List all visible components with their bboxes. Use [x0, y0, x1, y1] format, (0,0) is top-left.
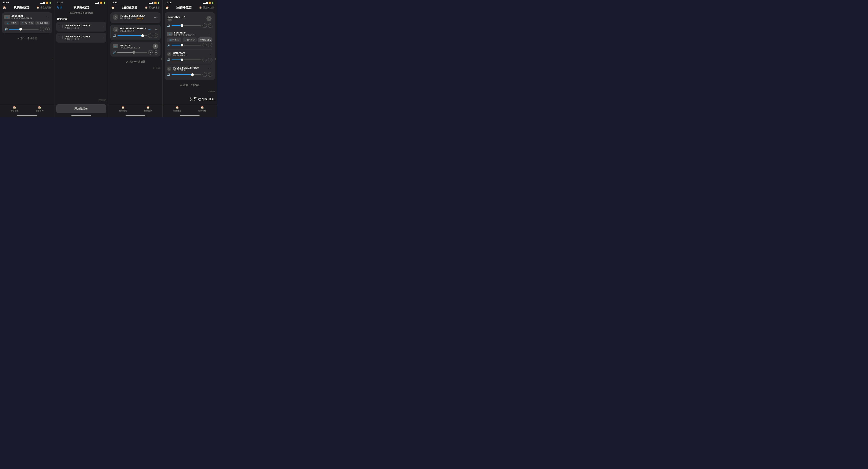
status-icons-1: ▂▄▆ 📶 🔋	[40, 2, 51, 4]
fixed-group-label-4[interactable]: 固定的组群	[203, 6, 214, 9]
screen-1: 13:05 ▂▄▆ 📶 🔋 🏠 我的播放器 🏠 固定的组群 📺 soundbar…	[0, 0, 54, 117]
vol-plus-flex-4[interactable]: +	[208, 72, 212, 77]
group-vol-row-4: 🔊 − +	[167, 24, 212, 28]
more-btn-20e4-3[interactable]: ⋯	[153, 15, 158, 19]
vol-slider-flex-4[interactable]	[172, 74, 201, 75]
wifi-icon-4: 📶	[209, 2, 211, 4]
string-label-3: STRING	[111, 67, 160, 69]
group-vol-slider-4[interactable]	[172, 25, 201, 26]
list-item-fb78[interactable]: PULSE FLEX 2i-FB78 PULSE FLEX 2I ›	[56, 22, 106, 32]
nav-bar-4: 🏠 我的播放器 🏠 固定的组群	[163, 4, 217, 11]
vol-minus-bathroom-4[interactable]: −	[203, 58, 207, 62]
bottom-select-1[interactable]: 🏠 全部选定	[11, 106, 19, 112]
vol-minus-flex-4[interactable]: −	[203, 72, 207, 77]
vol-icon-bathroom-4: 🔊	[167, 58, 170, 62]
tv-mode-btn-soundbar-4[interactable]: 📺 TV 模式	[167, 37, 181, 42]
more-button-1[interactable]: ⋯	[44, 15, 50, 19]
sub-device-sub-bathroom-4: PULSE FLEX 2I	[173, 54, 187, 57]
wifi-icon: 📶	[46, 2, 48, 4]
pause-bottom-icon-3: 🏠	[146, 106, 150, 109]
battery-icon: 🔋	[49, 2, 51, 4]
vol-minus-fb78-3[interactable]: −	[148, 33, 152, 38]
device-info-20e4-3: ◯ PULSE FLEX 2i-20E4 PULSE FLEX 2I 需要设置	[113, 14, 145, 20]
battery-icon-2: 🔋	[103, 2, 105, 4]
fixed-group-label-1[interactable]: 固定的组群	[40, 6, 51, 9]
vol-minus-soundbar-3[interactable]: −	[148, 50, 153, 55]
battery-icon-3: 🔋	[157, 2, 160, 4]
device-name-fb78-3: PULSE FLEX 2i-FB78	[120, 27, 146, 30]
vol-track-fb78-3	[118, 35, 147, 36]
nav-arrow-right-4[interactable]: ›	[215, 57, 216, 61]
add-to-group-btn-3[interactable]: +	[153, 43, 158, 49]
cancel-button-2[interactable]: 取消	[57, 6, 62, 9]
music-mode-btn-soundbar-4[interactable]: 🎵 音乐 模式	[183, 37, 197, 42]
arrow-fb78: ›	[103, 25, 103, 28]
music-icon-1: 🎵	[22, 22, 24, 24]
bottom-select-4[interactable]: 🏠 全部选定	[173, 106, 181, 112]
home-icon-right-4: 🏠	[199, 6, 202, 9]
add-player-3[interactable]: ⊕ 添加一个播放器	[111, 58, 160, 65]
home-icon-right-3: 🏠	[145, 6, 148, 9]
nav-right-3[interactable]: 🏠 固定的组群	[145, 6, 160, 9]
bottom-select-label-4: 全部选定	[173, 109, 181, 112]
vol-row-soundbar-4: 🔊 − +	[167, 43, 212, 47]
nav-arrow-right-3[interactable]: ›	[161, 57, 162, 61]
home-icon-right-1: 🏠	[36, 6, 39, 9]
vol-slider-soundbar-4[interactable]	[172, 45, 201, 45]
add-bass-btn[interactable]: 添加低音炮	[56, 104, 106, 113]
more-btn-soundbar-4[interactable]: ⋯	[207, 32, 212, 36]
bottom-select-3[interactable]: 🏠 全部选定	[119, 106, 127, 112]
group-name-4: soundbar + 2	[168, 15, 185, 19]
close-group-btn-4[interactable]: ✕	[207, 16, 212, 21]
device-name-20e4-3: PULSE FLEX 2i-20E4	[120, 14, 145, 17]
group-vol-track-4	[172, 25, 201, 26]
nav-arrow-right-1[interactable]: ›	[53, 57, 54, 61]
bottom-pause-4[interactable]: 🏠 全部暂停	[198, 106, 206, 112]
list-item-20e4[interactable]: PULSE FLEX 2i-20E4 PULSE FLEX 2I ›	[56, 33, 106, 42]
sub-device-name-bathroom-4: Bathroom	[173, 52, 187, 54]
movie-mode-btn-soundbar-4[interactable]: 🎬 电影 模式	[198, 37, 212, 42]
nav-right-4[interactable]: 🏠 固定的组群	[199, 6, 214, 9]
vol-minus-1[interactable]: −	[40, 27, 44, 31]
home-bottom-icon-1: 🏠	[13, 106, 16, 109]
tv-mode-btn-1[interactable]: 📺 TV 模式	[4, 21, 19, 25]
group-vol-plus-4[interactable]: +	[208, 24, 212, 28]
signal-icon-4: ▂▄▆	[203, 2, 208, 4]
add-player-1[interactable]: ⊕ 添加一个播放器	[2, 35, 52, 42]
vol-plus-1[interactable]: +	[45, 27, 50, 31]
nav-right-1[interactable]: 🏠 固定的组群	[36, 6, 51, 9]
music-mode-btn-1[interactable]: 🎵 音乐 模式	[20, 21, 34, 25]
vol-plus-soundbar-4[interactable]: +	[208, 43, 212, 47]
soundbar-icon-1: 📺	[4, 15, 10, 19]
wifi-icon-2: 📶	[100, 2, 102, 4]
movie-mode-btn-1[interactable]: 🎬 电影 模式	[35, 21, 50, 25]
vol-slider-1[interactable]	[9, 29, 39, 30]
more-btn-flex-4[interactable]: ⋯	[207, 67, 212, 71]
fixed-group-label-3[interactable]: 固定的组群	[149, 6, 160, 9]
nav-left-4: 🏠	[165, 6, 169, 9]
vol-plus-soundbar-3[interactable]: +	[154, 50, 158, 55]
vol-fill-flex-4	[172, 74, 192, 75]
vol-row-flex-4: 🔊 − +	[167, 72, 212, 77]
group-card-4: soundbar + 2 组群 ✕ 🔊 − +	[165, 12, 215, 80]
card-header-20e4-3: ◯ PULSE FLEX 2i-20E4 PULSE FLEX 2I 需要设置 …	[113, 14, 158, 20]
vol-thumb-1	[19, 28, 22, 31]
vol-slider-fb78-3[interactable]	[118, 35, 147, 36]
checkbox-fb78[interactable]	[59, 25, 63, 28]
vol-minus-soundbar-4[interactable]: −	[203, 43, 207, 47]
vol-slider-bathroom-4[interactable]	[172, 60, 201, 60]
bottom-pause-3[interactable]: 🏠 全部暂停	[144, 106, 152, 112]
device-card-fb78-3: ◯ PULSE FLEX 2i-FB78 PULSE FLEX 2I ⇒ ≡ 🔊	[111, 25, 160, 40]
vol-plus-bathroom-4[interactable]: +	[208, 58, 212, 62]
add-player-4[interactable]: ⊕ 添加一个播放器	[165, 81, 215, 89]
more-btn-bathroom-4[interactable]: ⋯	[207, 52, 212, 56]
group-vol-minus-4[interactable]: −	[203, 24, 207, 28]
bottom-pause-1[interactable]: 🏠 全部暂停	[36, 106, 43, 112]
vol-thumb-flex-4	[191, 73, 194, 76]
checkbox-20e4[interactable]	[59, 36, 63, 39]
vol-plus-fb78-3[interactable]: +	[154, 33, 158, 38]
more-btn-fb78-3[interactable]: ≡	[154, 28, 158, 32]
vol-slider-soundbar-3[interactable]	[117, 52, 147, 53]
status-bar-4: 14:40 ▂▄▆ 📶 🔋	[163, 0, 217, 4]
screen-3: 13:49 ▂▄▆ 📶 🔋 🏠 我的播放器 🏠 固定的组群 ◯ PULSE FL…	[108, 0, 163, 117]
